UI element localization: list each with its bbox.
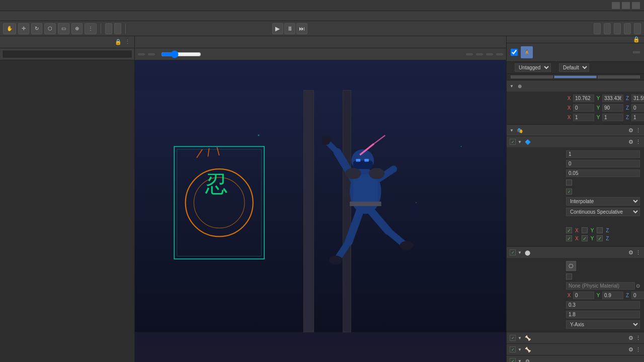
freeze-pos-y-checkbox[interactable] <box>582 227 588 233</box>
maximize-on-play-button[interactable] <box>466 53 473 55</box>
local-button[interactable] <box>114 23 121 34</box>
gizmos-button[interactable] <box>496 53 503 55</box>
material-pick-icon[interactable]: ⊙ <box>636 283 640 289</box>
capsule-collider-toggle[interactable] <box>510 249 516 255</box>
freeze-pos-x-checkbox[interactable] <box>566 227 572 233</box>
animator-header[interactable]: ▼ 🎭 ⚙ ⋮ <box>507 125 644 136</box>
stats-button[interactable] <box>486 53 493 55</box>
interpolate-select[interactable]: Interpolate <box>566 197 640 206</box>
center-x-input[interactable] <box>573 292 594 299</box>
rigidbody-toggle[interactable] <box>510 139 516 145</box>
collab-button[interactable] <box>594 23 601 34</box>
svg-rect-0 <box>135 90 506 332</box>
rotate-tool-button[interactable]: ↻ <box>31 23 42 34</box>
center-z-input[interactable] <box>631 292 644 299</box>
static-button[interactable] <box>633 51 640 53</box>
center-y-input[interactable] <box>602 292 623 299</box>
pivot-center-button[interactable] <box>105 23 112 34</box>
bone-renderer-1-menu-icon[interactable]: ⋮ <box>635 335 641 341</box>
play-button[interactable]: ▶ <box>272 23 283 34</box>
animator-settings-icon[interactable]: ⚙ <box>628 127 633 134</box>
capsule-menu-icon[interactable]: ⋮ <box>635 249 641 256</box>
rig-builder-header[interactable]: ▼ ⚙ <box>507 355 644 362</box>
maximize-button[interactable] <box>622 2 630 9</box>
position-value: X Y Z <box>566 95 644 102</box>
account-button[interactable] <box>614 23 621 34</box>
minimize-button[interactable] <box>612 2 620 9</box>
hierarchy-search-input[interactable] <box>2 50 132 58</box>
pause-button[interactable]: ⏸ <box>284 23 295 34</box>
center-x-label: X <box>566 293 572 298</box>
mute-audio-button[interactable] <box>476 53 483 55</box>
animator-menu-icon[interactable]: ⋮ <box>635 127 641 134</box>
rigidbody-menu-icon[interactable]: ⋮ <box>635 139 641 145</box>
object-active-checkbox[interactable] <box>511 49 518 56</box>
rotation-y-input[interactable] <box>602 104 623 112</box>
edit-collider-button[interactable]: ⎔ <box>566 261 576 271</box>
scale-tool-button[interactable]: ⬡ <box>44 23 56 34</box>
transform-header[interactable]: ▼ ⊕ <box>507 80 644 92</box>
animator-actions: ⚙ ⋮ <box>628 127 641 134</box>
aspect-selector[interactable] <box>148 53 155 55</box>
is-kinematic-checkbox[interactable] <box>566 189 572 195</box>
close-button[interactable] <box>632 2 640 9</box>
step-button[interactable]: ⏭ <box>296 23 307 34</box>
layers-button[interactable] <box>624 23 631 34</box>
freeze-rot-y-checkbox[interactable] <box>582 235 588 241</box>
radius-input[interactable] <box>566 301 640 309</box>
scale-z-input[interactable] <box>631 114 644 121</box>
svg-rect-13 <box>353 160 373 169</box>
variant-overrides-button[interactable] <box>598 75 640 78</box>
scale-x-input[interactable] <box>573 114 594 121</box>
capsule-settings-icon[interactable]: ⚙ <box>628 249 633 256</box>
position-y-input[interactable] <box>602 95 623 102</box>
bone-renderer-2-menu-icon[interactable]: ⋮ <box>635 346 641 353</box>
main-area: 🔒 ⋮ <box>0 36 644 362</box>
cloud-button[interactable] <box>604 23 611 34</box>
freeze-pos-z-checkbox[interactable] <box>597 227 603 233</box>
freeze-rot-z-checkbox[interactable] <box>597 235 603 241</box>
hierarchy-panel: 🔒 ⋮ <box>0 36 135 362</box>
rig-builder-toggle[interactable] <box>510 358 516 362</box>
mass-input[interactable] <box>566 150 640 158</box>
collision-detection-select[interactable]: Continuous Speculative <box>566 208 640 216</box>
layout-button[interactable] <box>634 23 641 34</box>
is-trigger-checkbox[interactable] <box>566 274 572 280</box>
scale-slider[interactable] <box>161 51 201 57</box>
rotation-z-input[interactable] <box>631 104 644 112</box>
rigidbody-component: ▼ 🔷 ⚙ ⋮ <box>507 136 644 247</box>
bone-renderer-2-toggle[interactable] <box>510 346 516 352</box>
position-z-input[interactable] <box>631 95 644 102</box>
svg-rect-1 <box>303 90 313 332</box>
scale-y-input[interactable] <box>602 114 623 121</box>
capsule-collider-header[interactable]: ▼ ⬤ ⚙ ⋮ <box>507 247 644 258</box>
rotation-x-input[interactable] <box>573 104 594 112</box>
bone-renderer-1-settings-icon[interactable]: ⚙ <box>628 335 633 341</box>
custom-tool-button[interactable]: ⋮ <box>85 23 97 34</box>
use-gravity-checkbox[interactable] <box>566 179 572 186</box>
transform-tool-button[interactable]: ⊕ <box>71 23 83 34</box>
bone-renderer-2-actions: ⚙ ⋮ <box>628 346 641 353</box>
bone-renderer-1-toggle[interactable] <box>510 335 516 341</box>
layer-selector[interactable]: Default <box>559 63 589 72</box>
rect-tool-button[interactable]: ▭ <box>58 23 69 34</box>
hand-tool-button[interactable]: ✋ <box>3 23 16 34</box>
use-gravity-row <box>507 178 644 187</box>
variant-select-button[interactable] <box>554 75 596 78</box>
display-selector[interactable] <box>138 53 145 55</box>
bone-renderer-1-header[interactable]: ▼ 🦴 ⚙ ⋮ <box>507 332 644 343</box>
move-tool-button[interactable]: ✛ <box>18 23 29 34</box>
position-x-input[interactable] <box>573 95 594 102</box>
tag-selector[interactable]: Untagged <box>515 63 551 72</box>
rigidbody-header[interactable]: ▼ 🔷 ⚙ ⋮ <box>507 136 644 147</box>
direction-select[interactable]: Y-Axis <box>566 320 640 329</box>
bone-renderer-2-settings-icon[interactable]: ⚙ <box>628 346 633 353</box>
bone-renderer-2-header[interactable]: ▼ 🦴 ⚙ ⋮ <box>507 344 644 355</box>
svg-rect-24 <box>350 202 381 206</box>
freeze-rot-x-checkbox[interactable] <box>566 235 572 241</box>
rigidbody-settings-icon[interactable]: ⚙ <box>628 139 633 145</box>
angular-drag-input[interactable] <box>566 169 640 177</box>
height-input[interactable] <box>566 311 640 318</box>
drag-input[interactable] <box>566 160 640 167</box>
variant-open-button[interactable] <box>511 75 553 78</box>
